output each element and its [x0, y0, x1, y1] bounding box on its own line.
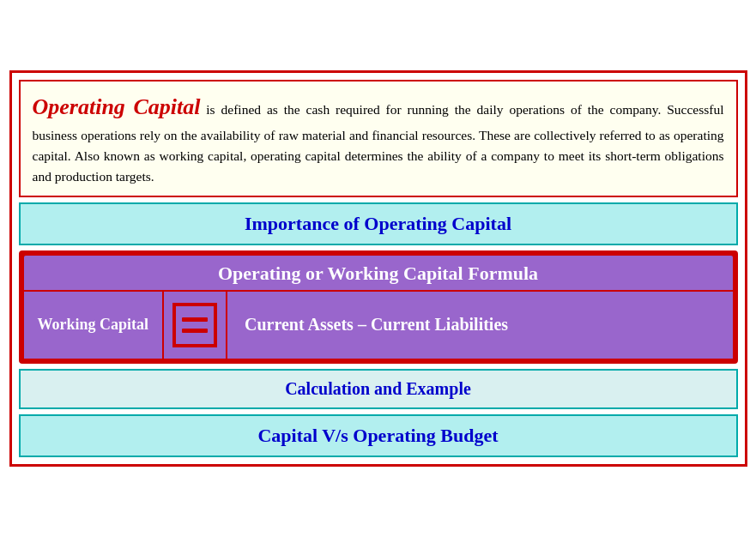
- calculation-section: Calculation and Example: [19, 369, 738, 409]
- formula-expression: Current Assets – Current Liabilities: [227, 292, 732, 359]
- definition-title: Operating Capital: [33, 94, 201, 119]
- formula-title-row: Operating or Working Capital Formula: [24, 256, 733, 290]
- formula-equals-box: [164, 292, 227, 359]
- formula-content-row: Working Capital Current Assets – Current…: [24, 290, 733, 359]
- equals-symbol: [172, 303, 217, 347]
- main-container: Operating Capital is defined as the cash…: [9, 70, 747, 466]
- formula-outer: Operating or Working Capital Formula Wor…: [19, 250, 738, 364]
- importance-title: Importance of Operating Capital: [29, 213, 728, 235]
- importance-section: Importance of Operating Capital: [19, 202, 738, 245]
- formula-section: Operating or Working Capital Formula Wor…: [24, 256, 733, 359]
- budget-title: Capital V/s Operating Budget: [29, 425, 728, 447]
- equals-bar-bottom: [182, 329, 208, 333]
- definition-section: Operating Capital is defined as the cash…: [19, 80, 738, 196]
- budget-section: Capital V/s Operating Budget: [19, 414, 738, 457]
- equals-bar-top: [182, 317, 208, 322]
- formula-heading: Operating or Working Capital Formula: [218, 262, 538, 284]
- formula-label: Working Capital: [24, 292, 165, 359]
- calculation-title: Calculation and Example: [29, 379, 728, 399]
